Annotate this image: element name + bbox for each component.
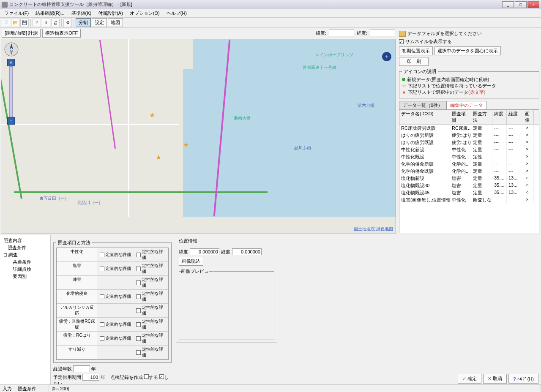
folder-icon[interactable] [399, 31, 406, 37]
qual-checkbox[interactable] [136, 336, 141, 341]
quant-checkbox[interactable] [100, 322, 104, 327]
thumbnail-checkbox[interactable] [399, 39, 404, 44]
table-row[interactable]: 化学的侵食既設化学的...定量------× [399, 168, 539, 175]
compass-icon[interactable] [4, 42, 19, 57]
tb-help-icon[interactable]: ? [33, 19, 41, 27]
menu-file[interactable]: ファイル(F) [2, 9, 31, 17]
col-method[interactable]: 照査方法 [471, 110, 492, 124]
legend-title: アイコンの説明 [402, 68, 438, 75]
zoom-out-button[interactable]: − [7, 117, 15, 125]
label-rainbow: レインボーブリッジ [315, 52, 353, 58]
col-image[interactable]: 画像 [521, 110, 534, 124]
map-attribution[interactable]: 国土地理院 淡色地図 [354, 226, 393, 232]
tree-conditions[interactable]: 照査条件 [2, 244, 49, 251]
minimize-button[interactable]: _ [502, 1, 514, 8]
close-button[interactable]: × [527, 1, 539, 8]
maximize-button[interactable]: □ [515, 1, 527, 8]
statusbar: 入力 照査条件 |0～200| [0, 384, 541, 392]
toolbar: 📄 📂 💾 ? ℹ 🖨 ⚙ 分割 設定 地図 [0, 18, 541, 28]
table-row[interactable]: 塩化物既設45塩害定量35....13...○ [399, 189, 539, 196]
menu-standards[interactable]: 基準値(K) [69, 9, 94, 17]
quant-checkbox[interactable] [100, 294, 104, 299]
table-row[interactable]: はりの疲労新設疲労:はり定量------× [399, 132, 539, 139]
qual-checkbox[interactable] [136, 294, 141, 299]
years-unit: 年 [91, 366, 96, 371]
tb-info-icon[interactable]: ℹ [42, 19, 50, 27]
tb-open-icon[interactable]: 📂 [11, 19, 19, 27]
col-item[interactable]: 照査項目 [450, 110, 471, 124]
service-input[interactable] [82, 374, 99, 381]
years-input[interactable] [73, 365, 90, 372]
tree-common[interactable]: 共通条件 [2, 259, 49, 266]
table-row[interactable]: 塩化物既設30塩害定量35....13...○ [399, 182, 539, 189]
loc-lon-input[interactable] [232, 248, 262, 255]
data-list-table[interactable]: データ名(.C3D) 照査項目 照査方法 緯度 経度 画像 RC床版疲労既設RC… [399, 109, 539, 233]
lon-input[interactable] [370, 30, 395, 36]
tb-settings-icon[interactable]: ⚙ [63, 19, 72, 27]
tab-data-list[interactable]: データ一覧（0件） [399, 101, 446, 109]
check-row-label: 中性化 [57, 248, 98, 261]
add-pin-button[interactable]: + [382, 52, 391, 61]
tb-new-icon[interactable]: 📄 [2, 19, 10, 27]
question-icon: ? [513, 376, 516, 381]
table-row[interactable]: 塩化物新設塩害定量35....13...○ [399, 175, 539, 182]
ok-button[interactable]: ✓確定 [458, 374, 481, 384]
marker-star-icon[interactable]: ★ [149, 111, 156, 118]
tb-map-toggle[interactable]: 地図 [108, 18, 123, 27]
quant-checkbox[interactable] [100, 336, 104, 341]
table-row[interactable]: RC床版疲労既設RC床版...定量------× [399, 125, 539, 132]
tree-detail[interactable]: 詳細点検 [2, 266, 49, 273]
qual-checkbox[interactable] [136, 350, 141, 355]
load-image-button[interactable]: 画像読込 [179, 257, 203, 266]
marker-star-icon[interactable]: ★ [183, 141, 190, 147]
loc-lat-input[interactable] [190, 248, 219, 255]
table-row[interactable]: 化学的侵食新設化学的...定量------× [399, 161, 539, 168]
qual-checkbox[interactable] [136, 322, 141, 327]
qual-checkbox[interactable] [136, 253, 141, 257]
create-yes-checkbox[interactable] [144, 374, 149, 379]
cancel-button[interactable]: ✕取消 [483, 374, 507, 384]
table-row[interactable]: 塩害(画像無し,位置情報有り)中性化照査しない------× [399, 196, 539, 204]
tb-sep3 [74, 19, 74, 27]
structure-toggle-button[interactable]: 構造物表示OFF [42, 29, 81, 38]
quant-checkbox[interactable] [100, 267, 104, 271]
zoom-in-button[interactable]: + [7, 59, 15, 66]
print-button[interactable]: 印 刷 [399, 57, 429, 66]
table-row[interactable]: はりの疲労既設疲労:はり定量------× [399, 139, 539, 146]
tb-split-toggle[interactable]: 分割 [76, 18, 91, 27]
tree-cause[interactable]: 要因別 [2, 273, 49, 280]
check-row-label: アルカリシリカ反応 [57, 304, 98, 317]
create-no-checkbox[interactable] [159, 374, 164, 379]
qual-checkbox[interactable] [136, 280, 141, 285]
preview-title: 画像プレビュー [181, 268, 213, 275]
service-label: 予定供用期間 [53, 375, 81, 380]
tree-shosa[interactable]: 照査内容 [2, 237, 49, 244]
tb-save-icon[interactable]: 💾 [20, 19, 29, 27]
measure-button[interactable]: [距離/面積] 計測 [2, 29, 41, 38]
tb-print-icon[interactable]: 🖨 [51, 19, 60, 27]
quant-checkbox[interactable] [100, 253, 104, 257]
initial-pos-button[interactable]: 初期位置表示 [399, 46, 433, 55]
qual-checkbox[interactable] [136, 267, 141, 271]
tab-editing[interactable]: 編集中のデータ [446, 101, 486, 109]
center-selected-button[interactable]: 選択中のデータを図心に表示 [434, 46, 501, 55]
help-button[interactable]: ?ﾍﾙﾌﾟ(H) [508, 374, 538, 384]
col-lon[interactable]: 経度 [507, 110, 521, 124]
table-row[interactable]: 中性化既設中性化定性------× [399, 153, 539, 161]
menu-results[interactable]: 結果確認(R)... [33, 9, 67, 17]
tree-survey[interactable]: ⊟ 調査 [2, 251, 49, 259]
map-canvas[interactable]: レインボーブリッジ 首都高速十一号線 第六台場 港南大橋 北品川（一） 東五反田… [1, 39, 396, 234]
table-row[interactable]: 中性化新設中性化定量------× [399, 146, 539, 153]
qual-checkbox[interactable] [136, 308, 141, 313]
col-name[interactable]: データ名(.C3D) [399, 110, 450, 124]
menu-help[interactable]: ヘルプ(H) [164, 9, 189, 17]
tb-config-toggle[interactable]: 設定 [92, 18, 107, 27]
select-folder-label: データフォルダを選択してください [407, 30, 482, 37]
lat-input[interactable] [329, 30, 354, 36]
menu-options[interactable]: オプション(O) [127, 9, 162, 17]
zoom-slider[interactable] [9, 66, 13, 117]
marker-star-icon[interactable]: ★ [156, 153, 162, 160]
menu-attached[interactable]: 付属設計(A) [96, 9, 126, 17]
col-lat[interactable]: 緯度 [492, 110, 507, 124]
loc-title: 位置情報 [179, 238, 197, 244]
